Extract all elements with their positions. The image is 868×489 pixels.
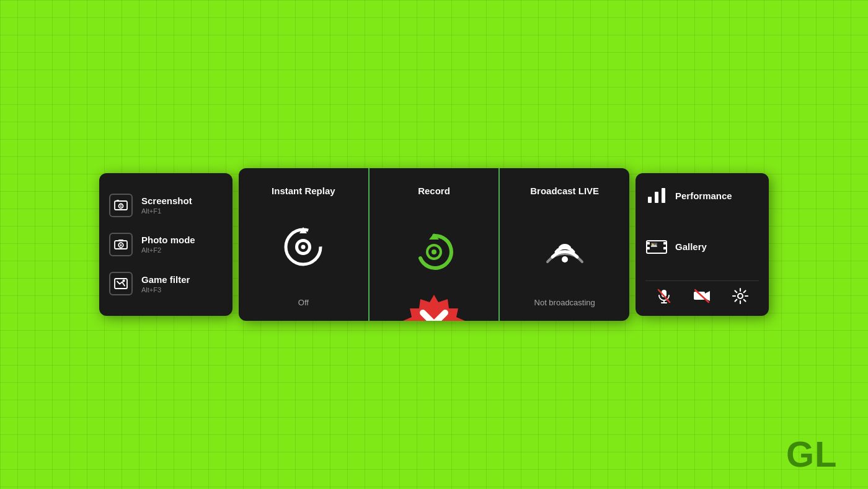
toolbar-icons <box>645 280 759 305</box>
photo-mode-icon <box>109 233 133 256</box>
badge-svg <box>400 290 468 321</box>
svg-rect-30 <box>663 247 666 249</box>
record-icon <box>412 230 456 274</box>
svg-point-32 <box>652 243 653 244</box>
cards-container: Screenshot Alt+F1 Photo mode Alt+F2 <box>99 168 769 321</box>
svg-point-15 <box>301 245 306 249</box>
record-title: Record <box>418 186 450 196</box>
camera-off-icon <box>693 287 711 305</box>
bar-chart-icon <box>647 187 666 204</box>
game-filter-text: Game filter Alt+F3 <box>141 274 190 294</box>
instant-replay-icon <box>281 225 326 269</box>
broadcast-icon-area <box>542 201 587 293</box>
card-media: Instant Replay Off Re <box>239 168 629 321</box>
gallery-item[interactable]: Gallery <box>645 236 759 258</box>
gallery-icon <box>645 236 668 258</box>
svg-text:L: L <box>815 434 836 472</box>
svg-rect-27 <box>647 242 650 244</box>
watermark: G L <box>786 434 842 472</box>
screenshot-icon <box>109 194 133 217</box>
performance-item[interactable]: Performance <box>645 184 759 207</box>
gallery-title: Gallery <box>675 241 707 252</box>
camera-off-button[interactable] <box>693 287 711 305</box>
broadcast-icon <box>542 225 587 269</box>
photo-mode-title: Photo mode <box>141 235 195 245</box>
broadcast-title: Broadcast LIVE <box>530 186 599 196</box>
svg-rect-7 <box>118 240 123 241</box>
mic-off-button[interactable] <box>655 287 673 305</box>
svg-point-3 <box>120 205 122 206</box>
svg-point-22 <box>562 256 568 262</box>
svg-rect-24 <box>655 192 658 203</box>
card-capture: Screenshot Alt+F1 Photo mode Alt+F2 <box>99 173 232 316</box>
settings-button[interactable] <box>732 287 749 305</box>
screenshot-title: Screenshot <box>141 195 192 206</box>
broadcast-panel[interactable]: Broadcast LIVE Not broadcasting <box>498 168 629 321</box>
svg-text:G: G <box>786 434 812 472</box>
photo-mode-item[interactable]: Photo mode Alt+F2 <box>109 229 223 260</box>
settings-icon <box>732 287 749 305</box>
svg-rect-1 <box>117 200 119 202</box>
performance-icon <box>645 184 668 207</box>
instant-replay-panel[interactable]: Instant Replay Off <box>239 168 368 321</box>
mic-off-icon <box>655 287 673 305</box>
performance-title: Performance <box>675 191 732 201</box>
svg-rect-25 <box>662 188 665 203</box>
broadcast-status: Not broadcasting <box>534 298 595 307</box>
instant-replay-icon-area <box>281 201 326 293</box>
screenshot-item[interactable]: Screenshot Alt+F1 <box>109 190 223 221</box>
photo-mode-shortcut: Alt+F2 <box>141 246 195 254</box>
svg-rect-29 <box>663 242 666 244</box>
gallery-svg <box>646 238 667 256</box>
game-filter-title: Game filter <box>141 274 190 285</box>
game-filter-shortcut: Alt+F3 <box>141 286 190 294</box>
record-panel[interactable]: Record <box>368 168 499 321</box>
record-icon-area <box>412 201 456 302</box>
game-filter-icon <box>109 272 133 295</box>
game-filter-item[interactable]: Game filter Alt+F3 <box>109 268 223 299</box>
gt-logo: G L <box>786 434 842 472</box>
screenshot-shortcut: Alt+F1 <box>141 207 192 215</box>
photo-mode-text: Photo mode Alt+F2 <box>141 235 195 254</box>
svg-point-19 <box>432 249 436 254</box>
svg-point-6 <box>120 244 122 246</box>
svg-point-40 <box>738 294 743 298</box>
svg-rect-23 <box>648 197 652 203</box>
error-badge <box>400 290 468 321</box>
instant-replay-title: Instant Replay <box>272 186 335 196</box>
instant-replay-status: Off <box>298 298 309 307</box>
screenshot-text: Screenshot Alt+F1 <box>141 195 192 215</box>
svg-rect-28 <box>647 247 650 249</box>
card-tools: Performance Gallery <box>636 173 769 316</box>
